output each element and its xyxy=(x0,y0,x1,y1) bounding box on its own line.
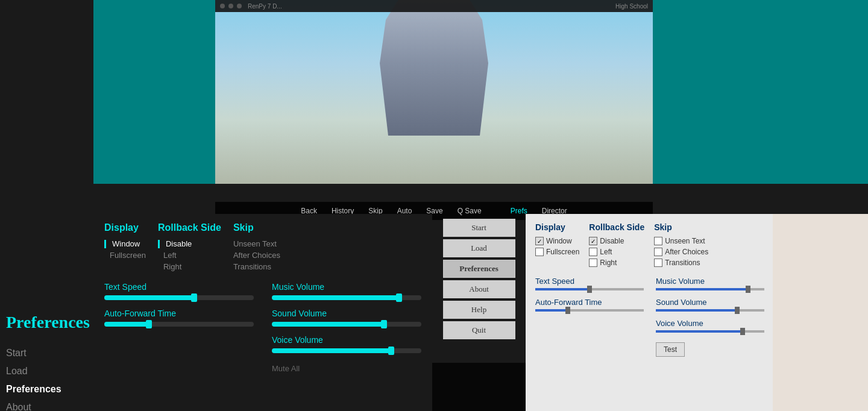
rollback-right-label: Right xyxy=(163,262,181,271)
skip-after-choices[interactable]: After Choices xyxy=(233,249,280,261)
game-menu-preferences[interactable]: Preferences xyxy=(443,260,515,278)
rollback-disable[interactable]: Disable xyxy=(158,238,221,249)
light-rollback-left[interactable]: Left xyxy=(589,246,644,257)
game-menu-load[interactable]: Load xyxy=(443,239,515,257)
close-btn[interactable] xyxy=(220,4,225,8)
music-volume-handle[interactable] xyxy=(396,293,402,302)
light-display-window[interactable]: ✓ Window xyxy=(535,236,579,246)
light-text-speed-track[interactable] xyxy=(535,288,644,290)
light-sound-volume-section: Sound Volume xyxy=(656,298,764,312)
game-menu-help[interactable]: Help xyxy=(443,301,515,319)
mute-all-button[interactable]: Mute All xyxy=(272,364,300,373)
game-menu-quit[interactable]: Quit xyxy=(443,321,515,339)
sound-volume-fill xyxy=(272,322,384,327)
light-rollback-disable-checkbox[interactable]: ✓ xyxy=(589,237,597,245)
light-sound-volume-fill xyxy=(656,309,737,312)
light-skip-unseen[interactable]: Unseen Text xyxy=(654,236,708,246)
sound-volume-title: Sound Volume xyxy=(272,309,421,318)
light-skip-after-choices-checkbox[interactable] xyxy=(654,248,662,256)
light-voice-volume-track[interactable] xyxy=(656,330,764,333)
light-display-fullscreen-checkbox[interactable] xyxy=(535,248,544,256)
auto-forward-handle[interactable] xyxy=(146,320,152,328)
game-menu-start[interactable]: Start xyxy=(443,219,515,237)
rollback-selected-indicator xyxy=(158,240,160,248)
light-rollback-right-label: Right xyxy=(600,259,617,267)
sidebar-item-start[interactable]: Start xyxy=(6,344,87,362)
light-skip-transitions[interactable]: Transitions xyxy=(654,257,708,268)
light-auto-forward-fill xyxy=(535,309,568,312)
auto-forward-fill xyxy=(104,322,149,327)
display-title: Display xyxy=(104,222,146,233)
skip-unseen[interactable]: Unseen Text xyxy=(233,238,280,249)
skip-after-choices-label: After Choices xyxy=(233,251,280,260)
light-display-fullscreen[interactable]: Fullscreen xyxy=(535,246,579,257)
toolbar-load[interactable] xyxy=(494,210,498,212)
light-voice-volume-handle[interactable] xyxy=(740,328,745,335)
voice-volume-fill xyxy=(272,348,391,353)
light-skip-transitions-label: Transitions xyxy=(665,259,700,267)
light-text-speed-section: Text Speed xyxy=(535,277,644,290)
skip-transitions[interactable]: Transitions xyxy=(233,261,280,272)
light-skip-after-choices[interactable]: After Choices xyxy=(654,246,708,257)
display-window[interactable]: Window xyxy=(104,238,146,249)
light-music-volume-handle[interactable] xyxy=(746,286,750,293)
game-scene xyxy=(215,0,653,184)
sound-volume-section: Sound Volume xyxy=(272,309,421,327)
auto-forward-track[interactable] xyxy=(104,322,254,327)
light-sound-volume-handle[interactable] xyxy=(735,307,740,314)
light-music-volume-fill xyxy=(656,288,748,290)
light-auto-forward-handle[interactable] xyxy=(565,307,570,314)
light-text-speed-handle[interactable] xyxy=(587,286,592,293)
rollback-right[interactable]: Right xyxy=(158,261,221,272)
title-bar: RenPy 7 D... High School xyxy=(215,0,653,12)
sound-volume-track[interactable] xyxy=(272,322,421,327)
auto-forward-section: Auto-Forward Time xyxy=(104,309,254,327)
light-rollback-right[interactable]: Right xyxy=(589,257,644,268)
light-auto-forward-track[interactable] xyxy=(535,309,644,312)
rollback-left[interactable]: Left xyxy=(158,249,221,261)
music-volume-track[interactable] xyxy=(272,295,421,300)
text-speed-title: Text Speed xyxy=(104,282,254,292)
voice-volume-handle[interactable] xyxy=(388,347,394,355)
test-button[interactable]: Test xyxy=(656,342,685,357)
display-section: Display Window Fullscreen xyxy=(104,222,146,272)
sound-volume-handle[interactable] xyxy=(381,320,387,328)
light-display-section: Display ✓ Window Fullscreen xyxy=(535,222,579,268)
rollback-disable-label: Disable xyxy=(166,239,192,248)
light-rollback-section: Rollback Side ✓ Disable Left Right xyxy=(589,222,644,268)
voice-volume-track[interactable] xyxy=(272,348,421,353)
min-btn[interactable] xyxy=(228,4,233,8)
skip-transitions-label: Transitions xyxy=(233,262,271,271)
window-title: RenPy 7 D... xyxy=(248,3,282,10)
sidebar-item-load[interactable]: Load xyxy=(6,362,87,380)
text-speed-track[interactable] xyxy=(104,295,254,300)
display-fullscreen[interactable]: Fullscreen xyxy=(104,249,146,261)
light-display-window-checkbox[interactable]: ✓ xyxy=(535,237,544,245)
selected-indicator xyxy=(104,240,106,248)
light-rollback-disable[interactable]: ✓ Disable xyxy=(589,236,644,246)
game-menu-about[interactable]: About xyxy=(443,280,515,298)
max-btn[interactable] xyxy=(237,4,242,8)
light-auto-forward-title: Auto-Forward Time xyxy=(535,298,644,307)
light-rollback-left-checkbox[interactable] xyxy=(589,248,597,256)
light-music-volume-title: Music Volume xyxy=(656,277,764,286)
sidebar-item-preferences[interactable]: Preferences xyxy=(6,380,87,398)
skip-section: Skip Unseen Text After Choices Transitio… xyxy=(233,222,280,272)
text-speed-handle[interactable] xyxy=(191,293,197,302)
light-skip-transitions-checkbox[interactable] xyxy=(654,259,662,267)
auto-forward-title: Auto-Forward Time xyxy=(104,309,254,318)
light-rollback-disable-label: Disable xyxy=(600,237,624,245)
light-text-speed-title: Text Speed xyxy=(535,277,644,286)
light-rollback-right-checkbox[interactable] xyxy=(589,259,597,267)
skip-title: Skip xyxy=(233,222,280,233)
far-right-panel xyxy=(773,214,868,411)
light-sound-volume-track[interactable] xyxy=(656,309,764,312)
light-skip-title: Skip xyxy=(654,222,708,232)
game-window xyxy=(215,0,653,184)
display-window-label: Window xyxy=(112,239,140,248)
light-display-fullscreen-label: Fullscreen xyxy=(546,248,579,256)
display-fullscreen-label: Fullscreen xyxy=(110,251,146,260)
light-music-volume-track[interactable] xyxy=(656,288,764,290)
light-skip-unseen-checkbox[interactable] xyxy=(654,237,662,245)
sidebar-item-about[interactable]: About xyxy=(6,398,87,411)
